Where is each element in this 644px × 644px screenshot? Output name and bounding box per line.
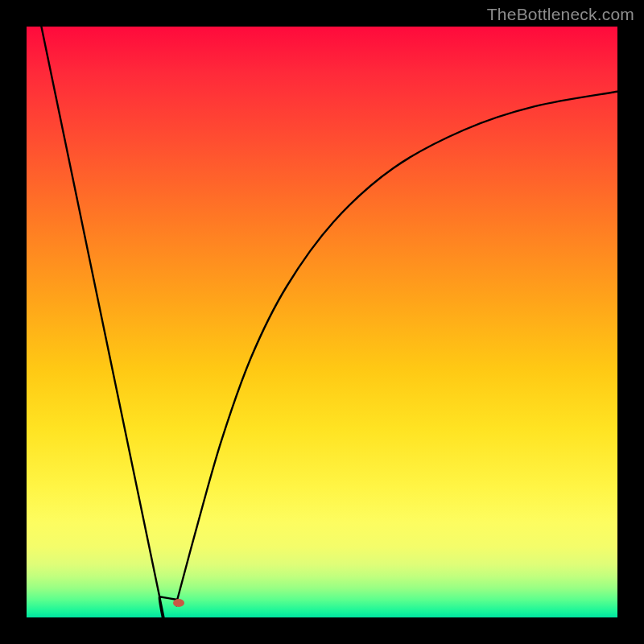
curve-svg [27,27,617,617]
chart-frame: TheBottleneck.com [0,0,644,644]
optimum-marker [173,599,184,607]
watermark-text: TheBottleneck.com [487,5,634,24]
bottleneck-curve [41,27,617,617]
plot-area [27,27,617,617]
